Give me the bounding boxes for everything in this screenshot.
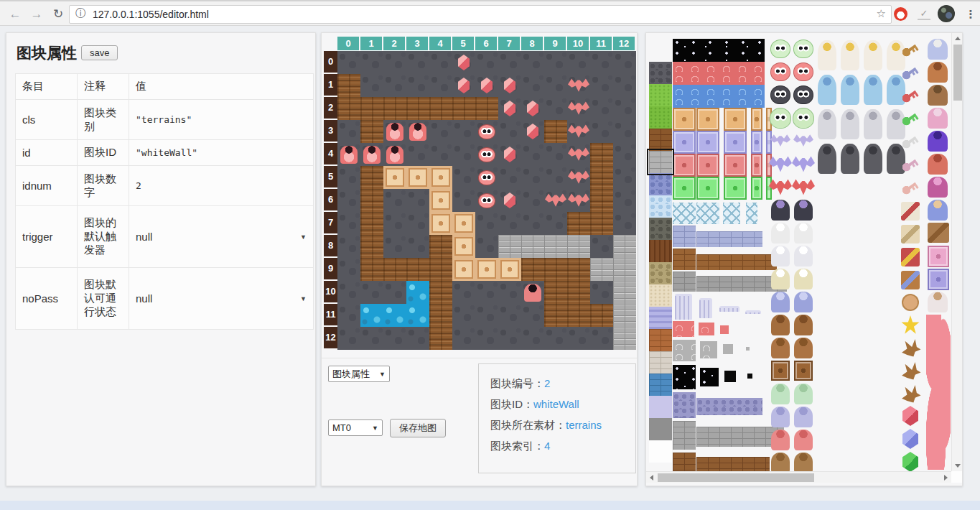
map-cell-7-6[interactable] <box>498 189 521 212</box>
map-cell-4-0[interactable] <box>429 51 452 74</box>
map-cell-10-5[interactable] <box>567 166 590 189</box>
enemy-golem-soldier-2[interactable] <box>794 338 813 358</box>
enemy-skeleton-soldier-2[interactable] <box>794 246 813 266</box>
prop-select-trigger[interactable]: null <box>136 229 307 245</box>
info-value[interactable]: 2 <box>544 377 550 389</box>
npc-sage[interactable] <box>928 62 948 83</box>
terrain-wood[interactable] <box>649 240 672 262</box>
map-cell-11-11[interactable] <box>590 304 613 327</box>
map-cell-3-9[interactable] <box>406 258 429 281</box>
enemy-skeleton-1[interactable] <box>771 223 790 244</box>
enemy-blue-skeleton-2[interactable] <box>794 292 813 312</box>
map-cell-9-1[interactable] <box>544 74 567 97</box>
prop-select-noPass[interactable]: null <box>136 291 307 307</box>
gray-small-1[interactable] <box>673 340 696 361</box>
gray-small-4[interactable] <box>746 347 750 351</box>
map-cell-11-10[interactable] <box>590 281 613 304</box>
map-cell-11-6[interactable] <box>590 189 613 212</box>
enemy-small-bat-1[interactable] <box>770 134 790 147</box>
pillar-medium[interactable] <box>699 298 712 318</box>
stars-small-4[interactable] <box>747 374 752 379</box>
map-cell-3-7[interactable] <box>406 212 429 235</box>
enemy-dark-demon-3[interactable] <box>864 144 882 174</box>
map-cell-5-3[interactable] <box>452 120 475 143</box>
info-value[interactable]: terrains <box>566 419 602 431</box>
map-cell-1-8[interactable] <box>360 235 383 258</box>
map-cell-4-5[interactable] <box>429 166 452 189</box>
npc-elder[interactable] <box>928 39 948 60</box>
brownbrick-strip-3[interactable] <box>696 457 770 471</box>
item-scepter[interactable] <box>901 271 920 289</box>
terrain-ice[interactable] <box>649 195 672 218</box>
purple-cobble[interactable] <box>673 392 696 418</box>
map-cell-7-2[interactable] <box>498 97 521 120</box>
map-cell-6-0[interactable] <box>475 51 498 74</box>
horizontal-scroll-thumb[interactable] <box>658 473 814 482</box>
map-cell-10-3[interactable] <box>567 120 590 143</box>
npc-queen[interactable] <box>928 177 948 198</box>
enemy-knight-1[interactable] <box>818 109 836 139</box>
enemy-blue-ghost-3[interactable] <box>864 75 882 105</box>
terrain-rock-tan[interactable] <box>649 262 672 284</box>
map-cell-11-12[interactable] <box>590 327 613 350</box>
map-cell-5-1[interactable] <box>452 74 475 97</box>
enemy-red-slime-2[interactable] <box>793 62 813 81</box>
map-cell-6-9[interactable] <box>475 258 498 281</box>
reload-icon[interactable]: ↻ <box>49 5 67 24</box>
map-cell-6-1[interactable] <box>475 74 498 97</box>
item-star[interactable] <box>901 315 920 335</box>
map-cell-12-10[interactable] <box>613 281 636 304</box>
map-cell-5-2[interactable] <box>452 97 475 120</box>
item-flower-key[interactable] <box>897 175 923 201</box>
enemy-knight-3[interactable] <box>864 109 882 139</box>
map-cell-7-4[interactable] <box>498 143 521 166</box>
map-cell-6-11[interactable] <box>475 304 498 327</box>
enemy-hood-2[interactable] <box>794 453 813 473</box>
map-cell-6-6[interactable] <box>475 189 498 212</box>
map-cell-1-2[interactable] <box>360 97 383 120</box>
wall-green-1[interactable] <box>673 177 696 200</box>
enemy-hood-1[interactable] <box>771 453 790 473</box>
map-cell-1-7[interactable] <box>360 212 383 235</box>
wall-pink-face[interactable] <box>928 246 949 267</box>
enemy-blue-ghost-1[interactable] <box>818 75 836 105</box>
map-cell-12-11[interactable] <box>613 304 636 327</box>
map-cell-12-9[interactable] <box>613 258 636 281</box>
enemy-zombie-2[interactable] <box>794 384 813 404</box>
enemy-blue-skeleton-1[interactable] <box>771 292 790 312</box>
map-cell-9-5[interactable] <box>544 166 567 189</box>
palette-horizontal-scrollbar[interactable] <box>646 471 951 483</box>
enemy-blue-ghost-2[interactable] <box>841 75 859 105</box>
vertical-scroll-thumb[interactable] <box>953 45 962 101</box>
map-cell-2-1[interactable] <box>383 74 406 97</box>
graybrick-strip-2[interactable] <box>673 421 696 450</box>
map-cell-0-10[interactable] <box>337 281 360 304</box>
map-cell-8-12[interactable] <box>521 327 544 350</box>
terrain-graybrick[interactable] <box>649 151 672 173</box>
map-cell-8-1[interactable] <box>521 74 544 97</box>
gray-small-3[interactable] <box>723 344 733 354</box>
map-cell-8-0[interactable] <box>521 51 544 74</box>
npc-fighter[interactable] <box>928 85 948 106</box>
map-cell-7-7[interactable] <box>498 212 521 235</box>
map-cell-7-8[interactable] <box>498 235 521 258</box>
map-cell-10-10[interactable] <box>567 281 590 304</box>
map-cell-0-8[interactable] <box>337 235 360 258</box>
enemy-green-slime-1[interactable] <box>770 40 790 58</box>
terrain-bluebrick[interactable] <box>649 374 672 396</box>
map-cell-1-3[interactable] <box>360 120 383 143</box>
wall-red-3[interactable] <box>724 154 747 177</box>
npc-fairy[interactable] <box>928 108 948 129</box>
map-cell-0-4[interactable] <box>337 143 360 166</box>
map-cell-10-11[interactable] <box>567 304 590 327</box>
tile-brownbrick[interactable] <box>673 249 696 270</box>
wall-green-4[interactable] <box>751 177 762 200</box>
tool-mode-select[interactable]: 图块属性 <box>328 366 390 382</box>
map-cell-9-12[interactable] <box>544 327 567 350</box>
info-value[interactable]: 4 <box>544 440 550 452</box>
prop-value-noPass[interactable]: null <box>129 268 314 330</box>
map-cell-5-12[interactable] <box>452 327 475 350</box>
map-cell-6-5[interactable] <box>475 166 498 189</box>
map-cell-7-5[interactable] <box>498 166 521 189</box>
map-cell-2-8[interactable] <box>383 235 406 258</box>
